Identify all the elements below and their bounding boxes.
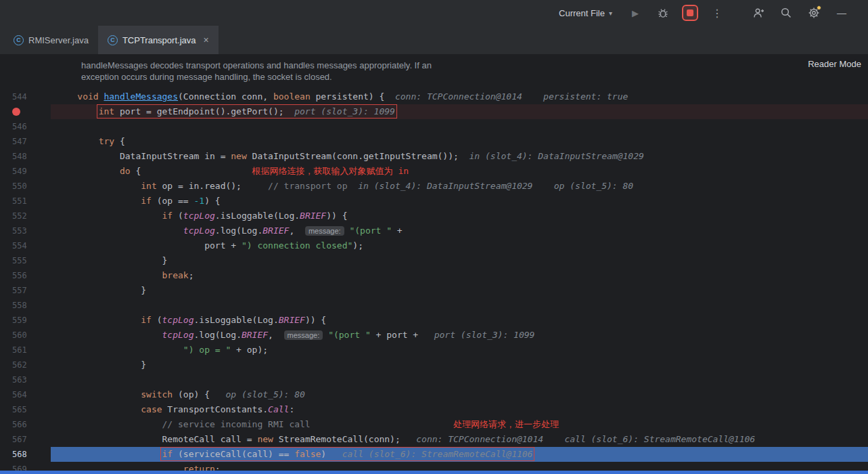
code-line[interactable]: 555 } — [0, 253, 868, 268]
gutter-cell[interactable] — [0, 104, 51, 119]
code-text[interactable]: if (serviceCall(call) == false) call (sl… — [51, 447, 868, 462]
code-text[interactable]: RemoteCall call = new StreamRemoteCall(c… — [51, 432, 868, 447]
code-line[interactable]: 552 if (tcpLog.isLoggable(Log.BRIEF)) { — [0, 209, 868, 223]
code-text[interactable] — [51, 298, 868, 313]
gutter-cell[interactable]: 561 — [0, 343, 51, 358]
code-text[interactable]: } — [51, 283, 868, 298]
code-text[interactable]: tcpLog.log(Log.BRIEF, message: "(port " … — [51, 223, 868, 238]
breakpoint-icon[interactable] — [12, 108, 20, 116]
code-text[interactable]: if (tcpLog.isLoggable(Log.BRIEF)) { — [51, 313, 868, 328]
tab-tcptransport-java[interactable]: C TCPTransport.java × — [98, 26, 219, 54]
code-text[interactable]: if (op == -1) { — [51, 194, 868, 209]
code-line[interactable]: 558 — [0, 298, 868, 313]
code-line[interactable]: 551 if (op == -1) { — [0, 194, 868, 209]
settings-button[interactable] — [805, 4, 823, 22]
code-text[interactable]: int port = getEndpoint().getPort(); port… — [51, 104, 868, 119]
line-number: 553 — [12, 226, 27, 236]
run-button[interactable]: ▶ — [626, 4, 644, 22]
code-token — [543, 434, 564, 444]
tab-rmiserver-java[interactable]: C RMIServer.java — [4, 26, 98, 54]
code-token — [459, 151, 470, 161]
gutter-cell[interactable]: 555 — [0, 253, 51, 268]
debug-panel-focus-border — [0, 471, 868, 474]
code-text[interactable] — [51, 372, 868, 387]
code-text[interactable]: } — [51, 358, 868, 372]
reader-mode-label[interactable]: Reader Mode — [808, 59, 861, 69]
code-line[interactable]: 566 // service incoming RMI call 处理网络请求，… — [0, 417, 868, 432]
code-token — [56, 434, 162, 444]
code-line[interactable]: 563 — [0, 372, 868, 387]
gutter-cell[interactable]: 550 — [0, 179, 51, 194]
gutter-cell[interactable]: 549 — [0, 164, 51, 179]
code-text[interactable]: case TransportConstants.Call: — [51, 402, 868, 417]
gutter-cell[interactable]: 563 — [0, 372, 51, 387]
code-text[interactable]: port + ") connection closed"); — [51, 238, 868, 253]
code-text[interactable]: } — [51, 253, 868, 268]
gutter-cell[interactable]: 559 — [0, 313, 51, 328]
code-line[interactable]: 560 tcpLog.log(Log.BRIEF, message: "(por… — [0, 328, 868, 343]
code-with-me-button[interactable] — [750, 4, 767, 22]
code-text[interactable]: // service incoming RMI call 处理网络请求，进一步处… — [51, 417, 868, 432]
code-line[interactable]: 561 ") op = " + op); — [0, 343, 868, 358]
gutter-cell[interactable]: 553 — [0, 223, 51, 238]
code-text[interactable]: ") op = " + op); — [51, 343, 868, 358]
gutter-cell[interactable]: 556 — [0, 268, 51, 283]
gutter-cell[interactable]: 558 — [0, 298, 51, 313]
gutter-cell[interactable]: 566 — [0, 417, 51, 432]
code-line[interactable]: 565 case TransportConstants.Call: — [0, 402, 868, 417]
code-line[interactable]: 549 do { 根据网络连接，获取输入对象赋值为 in — [0, 164, 868, 179]
code-text[interactable]: DataInputStream in = new DataInputStream… — [51, 149, 868, 164]
code-line[interactable]: 554 port + ") connection closed"); — [0, 238, 868, 253]
gutter-cell[interactable]: 560 — [0, 328, 51, 343]
code-text[interactable]: try { — [51, 134, 868, 149]
tab-bar: C RMIServer.java C TCPTransport.java × — [0, 26, 868, 54]
code-text[interactable]: if (tcpLog.isLoggable(Log.BRIEF)) { — [51, 209, 868, 223]
code-text[interactable]: switch (op) { op (slot_5): 80 — [51, 387, 868, 402]
code-line[interactable]: 546 — [0, 119, 868, 134]
code-line[interactable]: 548 DataInputStream in = new DataInputSt… — [0, 149, 868, 164]
gutter-cell[interactable]: 547 — [0, 134, 51, 149]
tab-close-icon[interactable]: × — [203, 35, 208, 45]
more-actions-button[interactable]: ⋮ — [708, 4, 726, 22]
run-config-label: Current File — [559, 8, 605, 18]
gutter-cell[interactable]: 546 — [0, 119, 51, 134]
code-line[interactable]: 547 try { — [0, 134, 868, 149]
gutter-cell[interactable]: 557 — [0, 283, 51, 298]
debug-button[interactable] — [654, 4, 672, 22]
code-line[interactable]: 568 if (serviceCall(call) == false) call… — [0, 447, 868, 462]
code-line[interactable]: 550 int op = in.read(); // transport op … — [0, 179, 868, 194]
line-number: 544 — [12, 92, 27, 102]
code-line[interactable]: int port = getEndpoint().getPort(); port… — [0, 104, 868, 119]
code-line[interactable]: 567 RemoteCall call = new StreamRemoteCa… — [0, 432, 868, 447]
code-text[interactable]: void handleMessages(Connection conn, boo… — [51, 89, 868, 104]
code-text[interactable] — [51, 119, 868, 134]
gutter-cell[interactable]: 548 — [0, 149, 51, 164]
code-line[interactable]: 557 } — [0, 283, 868, 298]
code-token: } — [162, 255, 168, 265]
gutter-cell[interactable]: 567 — [0, 432, 51, 447]
code-token: tcpLog — [183, 225, 215, 236]
gutter-cell[interactable]: 554 — [0, 238, 51, 253]
minimize-button[interactable]: — — [833, 4, 850, 22]
code-token: "(port " — [349, 225, 392, 236]
search-everywhere-button[interactable] — [777, 4, 795, 22]
stop-button[interactable] — [682, 5, 698, 21]
gutter-cell[interactable]: 551 — [0, 194, 51, 209]
code-text[interactable]: do { 根据网络连接，获取输入对象赋值为 in — [51, 164, 868, 179]
code-line[interactable]: 544 void handleMessages(Connection conn,… — [0, 89, 868, 104]
code-text[interactable]: int op = in.read(); // transport op in (… — [51, 179, 868, 194]
gutter-cell[interactable]: 544 — [0, 89, 51, 104]
gutter-cell[interactable]: 562 — [0, 358, 51, 372]
code-line[interactable]: 559 if (tcpLog.isLoggable(Log.BRIEF)) { — [0, 313, 868, 328]
code-text[interactable]: tcpLog.log(Log.BRIEF, message: "(port " … — [51, 328, 868, 343]
run-config-selector[interactable]: Current File ▾ — [559, 8, 612, 18]
gutter-cell[interactable]: 568 — [0, 447, 51, 462]
code-text[interactable]: break; — [51, 268, 868, 283]
code-line[interactable]: 553 tcpLog.log(Log.BRIEF, message: "(por… — [0, 223, 868, 238]
gutter-cell[interactable]: 564 — [0, 387, 51, 402]
code-line[interactable]: 556 break; — [0, 268, 868, 283]
gutter-cell[interactable]: 552 — [0, 209, 51, 223]
code-line[interactable]: 564 switch (op) { op (slot_5): 80 — [0, 387, 868, 402]
code-line[interactable]: 562 } — [0, 358, 868, 372]
gutter-cell[interactable]: 565 — [0, 402, 51, 417]
